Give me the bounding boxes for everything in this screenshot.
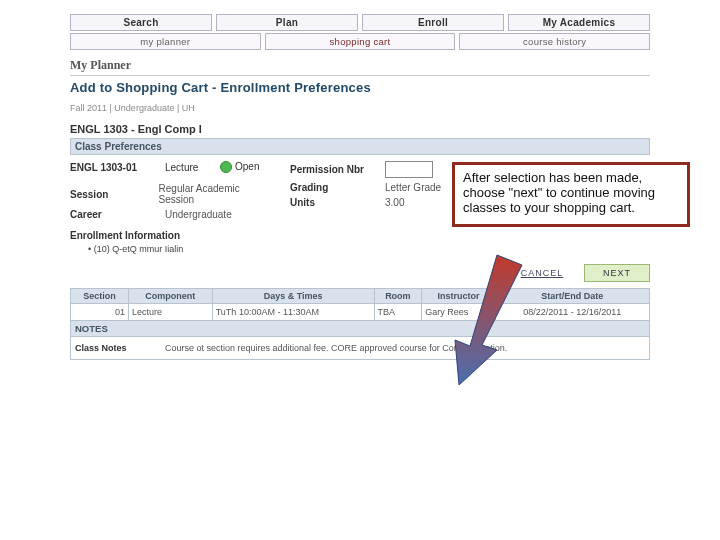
class-code: ENGL 1303-01 <box>70 162 165 173</box>
subtab-course-history[interactable]: course history <box>459 33 650 50</box>
cell-section: 01 <box>71 304 129 321</box>
units-value: 3.00 <box>385 197 404 208</box>
tab-plan[interactable]: Plan <box>216 14 358 31</box>
units-label: Units <box>290 197 385 208</box>
class-preferences-bar: Class Preferences <box>70 138 650 155</box>
enrollment-info-bullet: • (10) Q-etQ mmur Iialin <box>88 244 650 254</box>
enrollment-info-text: (10) Q-etQ mmur Iialin <box>94 244 184 254</box>
col-room: Room <box>374 289 422 304</box>
course-title: ENGL 1303 - Engl Comp I <box>70 123 650 135</box>
col-component: Component <box>129 289 213 304</box>
tab-enroll[interactable]: Enroll <box>362 14 504 31</box>
tab-my-academics[interactable]: My Academics <box>508 14 650 31</box>
career-value: Undergraduate <box>165 209 232 220</box>
primary-tabs: Search Plan Enroll My Academics <box>70 14 650 31</box>
status-label: Open <box>235 161 259 172</box>
term-context: Fall 2011 | Undergraduate | UH <box>70 103 650 113</box>
notes-header: NOTES <box>70 321 650 337</box>
page-title: Add to Shopping Cart - Enrollment Prefer… <box>70 80 650 95</box>
callout-arrow-icon <box>437 250 527 392</box>
open-status-icon <box>220 161 232 173</box>
sub-tabs: my planner shopping cart course history <box>70 33 650 50</box>
enrollment-info-heading: Enrollment Information <box>70 230 650 241</box>
next-button[interactable]: NEXT <box>584 264 650 282</box>
career-label: Career <box>70 209 165 220</box>
notes-label: Class Notes <box>75 343 165 353</box>
session-label: Session <box>70 189 159 200</box>
svg-marker-0 <box>455 255 522 385</box>
schedule-table: Section Component Days & Times Room Inst… <box>70 288 650 321</box>
planner-heading: My Planner <box>70 58 650 76</box>
session-value: Regular Academic Session <box>159 183 270 205</box>
class-component: Lecture <box>165 162 220 173</box>
subtab-shopping-cart[interactable]: shopping cart <box>265 33 456 50</box>
permission-label: Permission Nbr <box>290 164 385 175</box>
action-buttons: CANCEL NEXT <box>509 264 650 282</box>
col-days: Days & Times <box>212 289 374 304</box>
cell-room: TBA <box>374 304 422 321</box>
tab-search[interactable]: Search <box>70 14 212 31</box>
status-open: Open <box>220 161 259 173</box>
grading-label: Grading <box>290 182 385 193</box>
notes-row: Class Notes Course ot section requires a… <box>70 337 650 360</box>
instruction-callout: After selection has been made, choose "n… <box>452 162 690 227</box>
table-row: 01 Lecture TuTh 10:00AM - 11:30AM TBA Ga… <box>71 304 650 321</box>
cell-days: TuTh 10:00AM - 11:30AM <box>212 304 374 321</box>
col-section: Section <box>71 289 129 304</box>
permission-input[interactable] <box>385 161 433 178</box>
subtab-my-planner[interactable]: my planner <box>70 33 261 50</box>
cell-component: Lecture <box>129 304 213 321</box>
grading-value: Letter Grade <box>385 182 441 193</box>
